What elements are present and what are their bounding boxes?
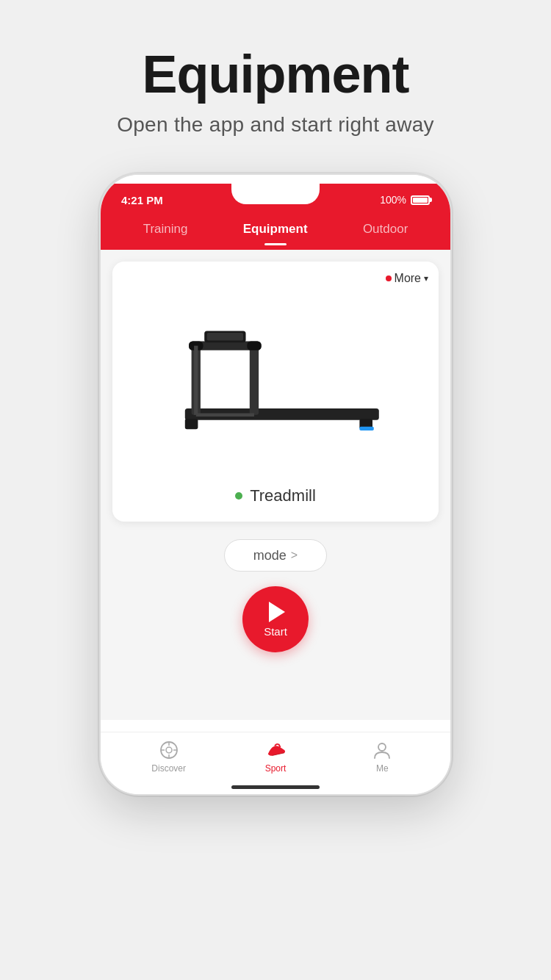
play-icon — [269, 602, 285, 622]
status-time: 4:21 PM — [121, 194, 163, 206]
more-dot-icon — [386, 275, 392, 281]
battery-icon — [411, 195, 430, 205]
tab-discover[interactable]: Discover — [140, 740, 198, 774]
device-label: Treadmill — [124, 479, 427, 510]
me-tab-label: Me — [376, 763, 389, 774]
sport-icon — [265, 740, 286, 760]
home-indicator — [231, 785, 320, 789]
more-button[interactable]: More ▾ — [386, 272, 428, 285]
svg-rect-12 — [207, 333, 243, 341]
mode-arrow-icon: > — [291, 549, 298, 562]
page-subtitle: Open the app and start right away — [117, 113, 434, 137]
more-arrow-icon: ▾ — [424, 273, 428, 284]
svg-point-19 — [378, 743, 386, 751]
device-name: Treadmill — [250, 486, 316, 505]
svg-point-14 — [166, 747, 172, 753]
svg-rect-8 — [247, 341, 261, 350]
discover-icon — [159, 740, 179, 760]
tab-training[interactable]: Training — [132, 216, 200, 242]
tab-equipment[interactable]: Equipment — [231, 216, 320, 242]
battery-percentage: 100% — [380, 194, 406, 206]
discover-tab-label: Discover — [151, 763, 186, 774]
bottom-tab-bar: Discover Sport Me — [101, 732, 450, 779]
equipment-card: More ▾ — [112, 262, 439, 522]
svg-rect-3 — [359, 427, 373, 430]
tab-outdoor[interactable]: Outdoor — [351, 216, 419, 242]
phone-content: More ▾ — [101, 250, 450, 720]
start-button[interactable]: Start — [242, 586, 309, 652]
phone-frame: 4:21 PM 100% Training Equipment Outdoor … — [99, 173, 452, 796]
more-label: More — [395, 272, 421, 285]
page-title: Equipment — [143, 44, 409, 104]
tab-sport[interactable]: Sport — [246, 740, 305, 774]
svg-rect-5 — [250, 344, 259, 415]
treadmill-image — [124, 273, 427, 479]
tab-me[interactable]: Me — [353, 740, 411, 774]
status-right: 100% — [380, 194, 430, 206]
sport-tab-label: Sport — [265, 763, 287, 774]
status-bar: 4:21 PM 100% — [101, 184, 450, 216]
mode-button[interactable]: mode > — [224, 539, 327, 572]
start-label: Start — [264, 625, 287, 638]
nav-tabs: Training Equipment Outdoor — [101, 216, 450, 250]
connected-indicator — [235, 492, 242, 500]
profile-icon — [372, 740, 392, 760]
phone-bottom — [101, 779, 450, 794]
mode-label: mode — [253, 548, 287, 563]
svg-rect-1 — [185, 419, 198, 429]
